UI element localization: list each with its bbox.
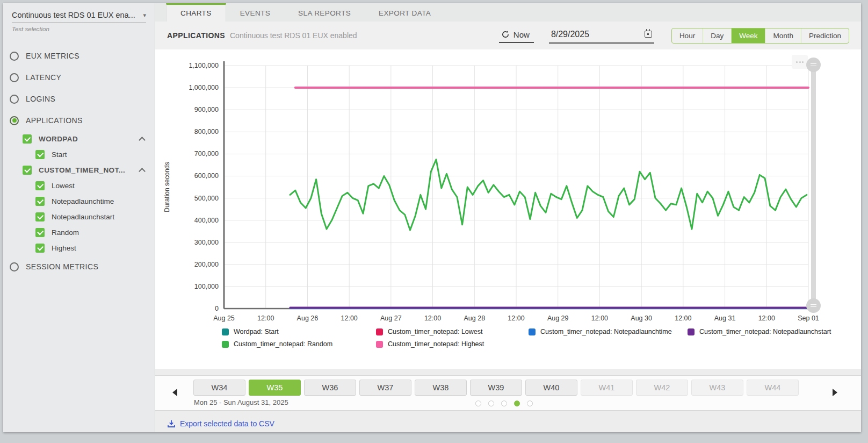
metric-group-label: CUSTOM_TIMER_NOT...: [39, 166, 125, 174]
range-button-week[interactable]: Week: [732, 28, 765, 43]
week-button-w44: W44: [747, 380, 799, 396]
tab-export-data[interactable]: EXPORT DATA: [365, 3, 445, 22]
export-row: Export selected data to CSV: [155, 411, 861, 428]
line-chart: 0100,000200,000300,000400,000500,000600,…: [155, 49, 821, 325]
radio-icon[interactable]: [10, 116, 19, 125]
week-buttons: W34W35W36W37W38W39W40W41W42W43W44: [193, 380, 799, 396]
export-csv-link[interactable]: Export selected data to CSV: [180, 419, 274, 428]
legend-swatch: [222, 328, 229, 335]
svg-text:700,000: 700,000: [194, 150, 219, 158]
svg-text:12:00: 12:00: [675, 315, 691, 322]
radio-icon[interactable]: [10, 95, 19, 104]
chevron-up-icon[interactable]: [139, 137, 146, 144]
pagination-dots: [475, 401, 533, 406]
legend-item-custom-timer-notepad-lowest[interactable]: Custom_timer_notepad: Lowest: [376, 328, 529, 335]
test-selection-label: Test selection: [12, 26, 146, 32]
range-button-hour[interactable]: Hour: [672, 28, 703, 43]
test-selection-dropdown[interactable]: Continuous test RDS 01 EUX ena... ▾: [12, 11, 146, 23]
radio-icon[interactable]: [10, 73, 19, 82]
checkbox-checked-icon[interactable]: [35, 150, 45, 159]
checkbox-checked-icon[interactable]: [35, 244, 45, 253]
svg-text:1,100,000: 1,100,000: [189, 62, 219, 69]
week-button-w36[interactable]: W36: [304, 380, 356, 396]
tab-events[interactable]: EVENTS: [226, 3, 284, 22]
tab-charts[interactable]: CHARTS: [166, 3, 226, 22]
legend-item-custom-timer-notepad-highest[interactable]: Custom_timer_notepad: Highest: [376, 340, 529, 348]
svg-text:0: 0: [215, 305, 219, 312]
metric-item-notepadlaunchtime[interactable]: Notepadlaunchtime: [3, 194, 155, 209]
chart-zoom-slider-track[interactable]: [811, 63, 816, 306]
checkbox-checked-icon[interactable]: [35, 212, 45, 222]
week-button-w34[interactable]: W34: [193, 380, 245, 396]
sidebar-item-session-metrics[interactable]: SESSION METRICS: [3, 256, 155, 277]
refresh-now-button[interactable]: Now: [499, 28, 534, 43]
radio-icon[interactable]: [10, 262, 19, 271]
sidebar-item-logins[interactable]: LOGINS: [3, 88, 155, 110]
legend-item-custom-timer-notepad-notepadlaunchtime[interactable]: Custom_timer_notepad: Notepadlaunchtime: [529, 328, 688, 335]
svg-text:Duration seconds: Duration seconds: [163, 162, 171, 212]
legend-swatch: [222, 341, 229, 348]
next-weeks-arrow[interactable]: [833, 389, 837, 396]
range-button-month[interactable]: Month: [765, 28, 801, 43]
sidebar-item-latency[interactable]: LATENCY: [3, 67, 155, 88]
range-button-day[interactable]: Day: [703, 28, 732, 43]
metric-item-label: Lowest: [52, 182, 75, 190]
legend-label: Custom_timer_notepad: Notepadlaunchstart: [699, 328, 831, 335]
checkbox-checked-icon[interactable]: [35, 228, 45, 237]
radio-icon[interactable]: [10, 52, 19, 61]
svg-text:12:00: 12:00: [508, 315, 524, 322]
sidebar-item-eux-metrics[interactable]: EUX METRICS: [3, 45, 155, 67]
chart-zoom-slider-handle-bottom[interactable]: [806, 298, 821, 313]
checkbox-checked-icon[interactable]: [23, 134, 32, 144]
metric-item-start[interactable]: Start: [3, 147, 155, 162]
chevron-up-icon[interactable]: [139, 168, 146, 175]
pagination-dot-2[interactable]: [488, 401, 494, 406]
metric-item-label: Random: [52, 228, 79, 237]
date-input[interactable]: 8/29/2025: [549, 28, 654, 44]
chart-header: APPLICATIONS Continuous test RDS 01 EUX …: [155, 22, 861, 49]
svg-text:Aug 30: Aug 30: [631, 315, 652, 322]
checkbox-checked-icon[interactable]: [23, 166, 32, 175]
svg-text:600,000: 600,000: [194, 172, 219, 180]
week-button-w40[interactable]: W40: [525, 380, 577, 396]
svg-text:300,000: 300,000: [194, 239, 219, 246]
time-range-group: HourDayWeekMonthPrediction: [671, 28, 849, 44]
tab-sla-reports[interactable]: SLA REPORTS: [284, 3, 365, 22]
week-button-w42: W42: [636, 380, 688, 396]
checkbox-checked-icon[interactable]: [35, 181, 45, 190]
metric-item-random[interactable]: Random: [3, 225, 155, 240]
svg-text:1,000,000: 1,000,000: [189, 84, 219, 91]
svg-text:900,000: 900,000: [194, 106, 219, 113]
metric-item-label: Notepadlaunchstart: [52, 213, 114, 221]
metric-group-wordpad[interactable]: WORDPAD: [3, 131, 155, 147]
metric-item-label: Start: [52, 151, 67, 159]
week-button-w35[interactable]: W35: [249, 380, 301, 396]
week-button-w39[interactable]: W39: [470, 380, 522, 396]
svg-text:12:00: 12:00: [257, 315, 274, 322]
pagination-dot-1[interactable]: [475, 401, 481, 406]
chart-panel: 0100,000200,000300,000400,000500,000600,…: [155, 49, 861, 369]
test-selection-value: Continuous test RDS 01 EUX ena...: [12, 11, 135, 19]
metric-item-lowest[interactable]: Lowest: [3, 178, 155, 194]
pagination-dot-3[interactable]: [501, 401, 507, 406]
metric-item-notepadlaunchstart[interactable]: Notepadlaunchstart: [3, 209, 155, 225]
svg-text:Aug 26: Aug 26: [297, 315, 319, 322]
svg-text:Aug 27: Aug 27: [380, 315, 402, 322]
sidebar-item-label: APPLICATIONS: [26, 116, 83, 125]
calendar-icon[interactable]: [645, 31, 652, 38]
legend-item-wordpad-start[interactable]: Wordpad: Start: [222, 328, 376, 335]
metric-group-custom-timer-not[interactable]: CUSTOM_TIMER_NOT...: [3, 162, 155, 178]
legend-item-custom-timer-notepad-notepadlaunchstart[interactable]: Custom_timer_notepad: Notepadlaunchstart: [688, 328, 861, 335]
chart-zoom-slider-handle-top[interactable]: [806, 58, 821, 72]
metric-item-highest[interactable]: Highest: [3, 240, 155, 256]
sidebar-item-applications[interactable]: APPLICATIONS: [3, 110, 155, 131]
chart-context-menu-button[interactable]: [792, 55, 808, 69]
legend-item-custom-timer-notepad-random[interactable]: Custom_timer_notepad: Random: [222, 340, 376, 348]
pagination-dot-5[interactable]: [527, 401, 533, 406]
pagination-dot-4[interactable]: [514, 401, 520, 406]
previous-weeks-arrow[interactable]: [172, 389, 177, 396]
week-button-w38[interactable]: W38: [415, 380, 467, 396]
checkbox-checked-icon[interactable]: [35, 197, 45, 206]
week-button-w37[interactable]: W37: [359, 380, 411, 396]
range-button-prediction[interactable]: Prediction: [801, 28, 849, 43]
